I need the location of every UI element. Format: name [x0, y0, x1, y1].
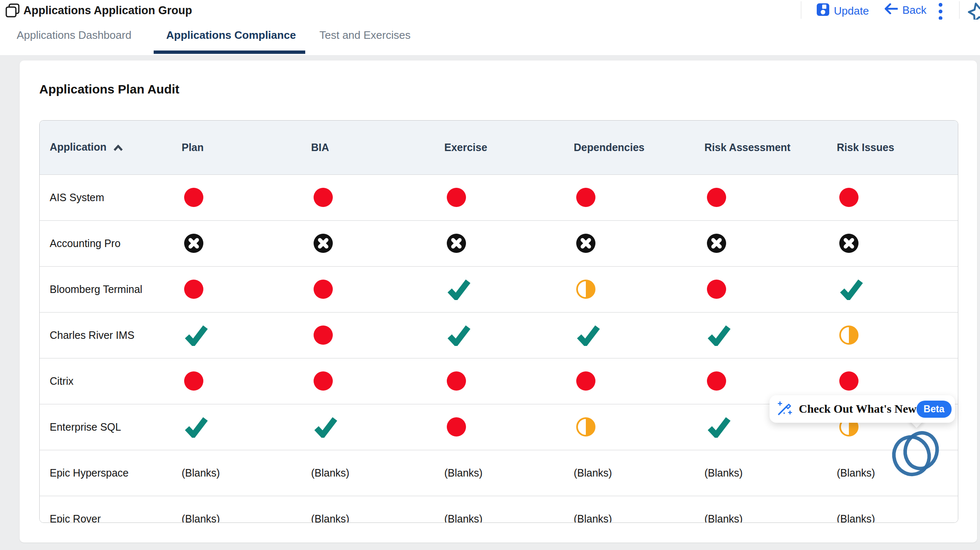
status-red-circle-icon	[839, 188, 858, 207]
status-red-circle-icon	[447, 188, 466, 207]
whats-new-tooltip[interactable]: Check Out What's New Beta	[770, 395, 955, 423]
status-cell	[434, 312, 564, 358]
status-half-circle-icon	[576, 280, 595, 299]
column-header-plan[interactable]: Plan	[172, 121, 301, 174]
status-check-icon	[576, 324, 600, 346]
beta-badge[interactable]: Beta	[917, 401, 952, 418]
blanks-label: (Blanks)	[704, 513, 743, 523]
status-cross-circle-icon	[839, 234, 858, 253]
blanks-label: (Blanks)	[182, 513, 220, 523]
status-check-icon	[184, 324, 208, 346]
status-cell	[172, 312, 301, 358]
column-header-application[interactable]: Application	[40, 121, 172, 174]
status-half-circle-icon	[576, 417, 595, 436]
status-cell: (Blanks)	[564, 496, 694, 523]
page-title: Applications Application Group	[23, 4, 192, 17]
column-header-risk-assessment[interactable]: Risk Assessment	[694, 121, 827, 174]
card-title: Applications Plan Audit	[39, 82, 180, 96]
tab-bar: Applications Dashboard Applications Comp…	[0, 20, 980, 55]
blanks-label: (Blanks)	[574, 467, 612, 479]
favorite-star-icon[interactable]	[967, 0, 980, 20]
blanks-label: (Blanks)	[182, 467, 220, 479]
column-header-risk-issues[interactable]: Risk Issues	[827, 121, 958, 174]
status-cell	[434, 358, 564, 404]
application-name: AIS System	[40, 174, 172, 220]
status-cell	[301, 358, 434, 404]
tab-test-and-exercises[interactable]: Test and Exercises	[319, 29, 410, 42]
status-red-circle-icon	[576, 371, 595, 391]
status-cell	[694, 312, 827, 358]
status-cell	[301, 174, 434, 220]
back-arrow-icon	[884, 3, 898, 17]
topbar-divider	[801, 1, 801, 19]
column-header-exercise[interactable]: Exercise	[434, 121, 564, 174]
status-cell: (Blanks)	[564, 450, 694, 496]
status-cell	[172, 174, 301, 220]
column-header-bia[interactable]: BIA	[301, 121, 434, 174]
compliance-table-container: ApplicationPlanBIAExerciseDependenciesRi…	[39, 120, 958, 523]
status-check-icon	[839, 278, 864, 300]
hand-drawn-circle-annotation	[889, 426, 943, 482]
tab-applications-dashboard[interactable]: Applications Dashboard	[17, 29, 132, 42]
status-check-icon	[184, 416, 208, 438]
record-group-icon	[5, 3, 20, 20]
status-cross-circle-icon	[576, 234, 595, 253]
status-cell	[564, 174, 694, 220]
status-red-circle-icon	[707, 188, 726, 207]
magic-wand-icon	[777, 400, 793, 418]
status-check-icon	[447, 324, 471, 346]
status-cell	[694, 266, 827, 312]
status-half-circle-icon	[839, 325, 858, 345]
status-red-circle-icon	[184, 371, 203, 391]
status-cell	[564, 358, 694, 404]
status-cell	[434, 266, 564, 312]
status-cell: (Blanks)	[827, 496, 958, 523]
column-header-dependencies[interactable]: Dependencies	[564, 121, 694, 174]
status-red-circle-icon	[447, 417, 466, 436]
status-red-circle-icon	[839, 371, 858, 391]
status-cell: (Blanks)	[301, 496, 434, 523]
status-cell	[827, 312, 958, 358]
status-cell: (Blanks)	[434, 496, 564, 523]
status-cell	[694, 174, 827, 220]
tab-applications-compliance[interactable]: Applications Compliance	[166, 29, 296, 42]
status-cell	[172, 266, 301, 312]
status-cell: (Blanks)	[301, 450, 434, 496]
status-check-icon	[447, 278, 471, 300]
application-name: Accounting Pro	[40, 220, 172, 266]
status-cell	[434, 220, 564, 266]
table-row: Epic Rover (Blanks) (Blanks) (Blanks) (B…	[40, 496, 958, 523]
status-cell	[564, 266, 694, 312]
application-name: Citrix	[40, 358, 172, 404]
application-name: Bloomberg Terminal	[40, 266, 172, 312]
status-red-circle-icon	[447, 371, 466, 391]
blanks-label: (Blanks)	[444, 467, 483, 479]
status-red-circle-icon	[314, 188, 333, 207]
status-cell	[301, 266, 434, 312]
status-cell: (Blanks)	[694, 496, 827, 523]
table-row: AIS System	[40, 174, 958, 220]
status-red-circle-icon	[314, 325, 333, 345]
application-name: Epic Rover	[40, 496, 172, 523]
status-cell	[172, 358, 301, 404]
table-row: Accounting Pro	[40, 220, 958, 266]
back-button[interactable]: Back	[884, 3, 927, 17]
status-cell	[301, 220, 434, 266]
application-name: Epic Hyperspace	[40, 450, 172, 496]
status-check-icon	[707, 416, 731, 438]
blanks-label: (Blanks)	[311, 513, 349, 523]
blanks-label: (Blanks)	[444, 513, 483, 523]
status-red-circle-icon	[314, 280, 333, 299]
more-options-kebab-icon[interactable]	[939, 3, 942, 20]
update-button[interactable]: Update	[817, 3, 869, 19]
active-tab-underline	[154, 50, 305, 54]
status-cell	[564, 404, 694, 450]
topbar-divider	[959, 1, 960, 19]
status-cell	[694, 220, 827, 266]
blanks-label: (Blanks)	[574, 513, 612, 523]
status-cell	[827, 266, 958, 312]
top-bar: Applications Application Group Update Ba…	[0, 0, 980, 20]
status-cell	[301, 312, 434, 358]
table-row: Charles River IMS	[40, 312, 958, 358]
status-check-icon	[314, 416, 338, 438]
